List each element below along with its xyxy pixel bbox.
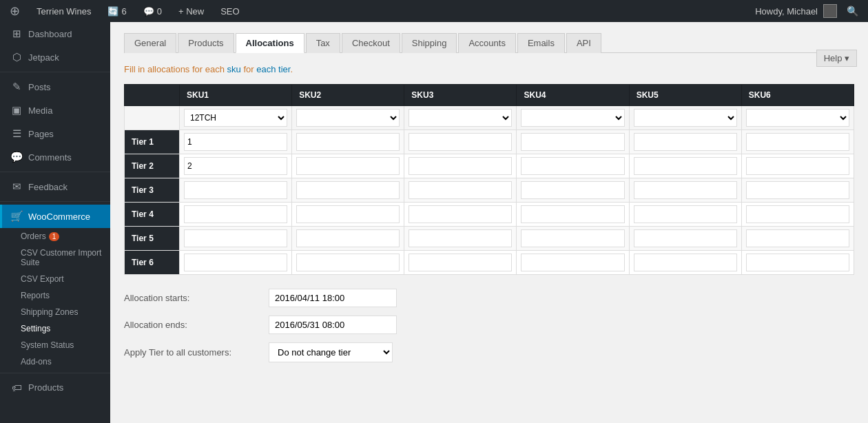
sidebar-subitem-reports[interactable]: Reports xyxy=(0,287,110,304)
tier5-sku5-input[interactable] xyxy=(634,229,737,247)
avatar[interactable] xyxy=(823,4,837,18)
sku3-dropdown[interactable]: 12TCH 6BTL xyxy=(409,109,512,127)
sku-link[interactable]: sku xyxy=(227,64,241,74)
tier3-sku5-input[interactable] xyxy=(634,181,737,199)
sku5-dropdown[interactable]: 12TCH 6BTL xyxy=(634,109,737,127)
tier1-sku2-input[interactable] xyxy=(296,133,400,151)
admin-sidebar: ⊞ Dashboard ⬡ Jetpack ✎ Posts ▣ Media ☰ … xyxy=(0,22,110,423)
alloc-ends-input[interactable] xyxy=(269,316,397,334)
tier1-sku3-input[interactable] xyxy=(409,133,512,151)
apply-tier-select[interactable]: Do not change tier Tier 1 Tier 2 Tier 3 … xyxy=(269,342,393,362)
tier4-sku6-input[interactable] xyxy=(746,205,849,223)
sidebar-item-posts[interactable]: ✎ Posts xyxy=(0,75,110,99)
tab-products[interactable]: Products xyxy=(178,33,234,53)
wp-logo[interactable]: ⊕ xyxy=(6,0,24,22)
feedback-icon: ✉ xyxy=(10,180,23,193)
help-button[interactable]: Help ▾ xyxy=(816,50,857,67)
comments-button[interactable]: 💬 0 xyxy=(139,0,166,22)
sidebar-subitem-settings[interactable]: Settings xyxy=(0,320,110,337)
wp-icon: ⊕ xyxy=(10,3,20,19)
tier6-sku6-input[interactable] xyxy=(746,254,849,271)
howdy-label: Howdy, Michael xyxy=(755,6,818,17)
tier2-sku5-input[interactable] xyxy=(634,157,737,175)
tier2-sku2-input[interactable] xyxy=(296,157,400,175)
tier1-sku6-input[interactable] xyxy=(746,133,849,151)
col-header-empty xyxy=(125,85,180,106)
sku6-dropdown[interactable]: 12TCH 6BTL xyxy=(746,109,849,127)
sidebar-item-pages[interactable]: ☰ Pages xyxy=(0,122,110,145)
content-area: Help ▾ General Products Allocations Tax … xyxy=(110,22,868,423)
tier1-sku3 xyxy=(404,130,517,154)
tier2-sku1-input[interactable] xyxy=(184,157,287,175)
site-name[interactable]: Terrien Wines xyxy=(32,0,95,22)
tier-link[interactable]: each tier xyxy=(256,64,290,74)
comments-icon: 💬 xyxy=(10,151,23,163)
search-icon[interactable]: 🔍 xyxy=(843,6,862,17)
tab-bar: General Products Allocations Tax Checkou… xyxy=(124,33,854,53)
sku2-dropdown[interactable]: 12TCH 6BTL xyxy=(296,109,400,127)
tier4-sku5-input[interactable] xyxy=(634,205,737,223)
seo-button[interactable]: SEO xyxy=(216,0,243,22)
tier3-sku1-input[interactable] xyxy=(184,181,287,199)
tier2-sku6-input[interactable] xyxy=(746,157,849,175)
tier6-label: Tier 6 xyxy=(125,251,180,275)
tier4-sku4-input[interactable] xyxy=(521,205,624,223)
csv-export-label: CSV Export xyxy=(21,274,64,284)
tier3-sku2-input[interactable] xyxy=(296,181,400,199)
sidebar-subitem-csv-export[interactable]: CSV Export xyxy=(0,271,110,287)
tab-api[interactable]: API xyxy=(566,33,601,53)
tier2-sku4-input[interactable] xyxy=(521,157,624,175)
sidebar-item-media[interactable]: ▣ Media xyxy=(0,99,110,122)
tier6-sku2-input[interactable] xyxy=(296,254,400,271)
sku-dropdown-row: 12TCH 6BTL 3BTL 12TCH 6BTL xyxy=(125,106,854,130)
tab-accounts[interactable]: Accounts xyxy=(458,33,515,53)
new-content-button[interactable]: + New xyxy=(174,0,208,22)
tab-checkout[interactable]: Checkout xyxy=(342,33,400,53)
tab-general[interactable]: General xyxy=(124,33,176,53)
sidebar-item-dashboard[interactable]: ⊞ Dashboard xyxy=(0,22,110,45)
sidebar-subitem-csv-import[interactable]: CSV Customer Import Suite xyxy=(0,245,110,271)
tier6-sku1-input[interactable] xyxy=(184,254,287,271)
tab-shipping[interactable]: Shipping xyxy=(402,33,457,53)
tier4-sku3-input[interactable] xyxy=(409,205,512,223)
tier5-sku2-input[interactable] xyxy=(296,229,400,247)
apply-tier-row: Apply Tier to all customers: Do not chan… xyxy=(124,342,854,362)
tier5-sku3-input[interactable] xyxy=(409,229,512,247)
woocommerce-icon: 🛒 xyxy=(10,210,23,223)
tab-emails[interactable]: Emails xyxy=(517,33,565,53)
tier1-sku5-input[interactable] xyxy=(634,133,737,151)
tier2-sku3-input[interactable] xyxy=(409,157,512,175)
sidebar-item-woocommerce[interactable]: 🛒 WooCommerce xyxy=(0,205,110,228)
tier6-sku5 xyxy=(629,251,741,275)
tier6-sku4-input[interactable] xyxy=(521,254,624,271)
tab-allocations[interactable]: Allocations xyxy=(236,33,304,53)
tier4-sku1-input[interactable] xyxy=(184,205,287,223)
tier6-sku5-input[interactable] xyxy=(634,254,737,271)
sidebar-item-products[interactable]: 🏷 Products xyxy=(0,376,110,399)
updates-button[interactable]: 🔄 6 xyxy=(103,0,130,22)
tier5-sku6-input[interactable] xyxy=(746,229,849,247)
alloc-starts-input[interactable] xyxy=(269,289,397,307)
tier3-sku4-input[interactable] xyxy=(521,181,624,199)
reports-label: Reports xyxy=(21,291,50,300)
tier5-sku1-input[interactable] xyxy=(184,229,287,247)
sidebar-subitem-orders[interactable]: Orders 1 xyxy=(0,228,110,245)
tab-tax[interactable]: Tax xyxy=(306,33,340,53)
add-ons-label: Add-ons xyxy=(21,357,52,367)
sidebar-subitem-system-status[interactable]: System Status xyxy=(0,337,110,353)
sidebar-item-feedback[interactable]: ✉ Feedback xyxy=(0,175,110,198)
tier4-sku2-input[interactable] xyxy=(296,205,400,223)
tier5-sku4-input[interactable] xyxy=(521,229,624,247)
tier3-sku3-input[interactable] xyxy=(409,181,512,199)
tier6-sku3-input[interactable] xyxy=(409,254,512,271)
tier2-sku6 xyxy=(741,154,854,178)
tier3-sku6-input[interactable] xyxy=(746,181,849,199)
sku4-dropdown[interactable]: 12TCH 6BTL xyxy=(521,109,624,127)
sidebar-subitem-add-ons[interactable]: Add-ons xyxy=(0,353,110,370)
sidebar-item-jetpack[interactable]: ⬡ Jetpack xyxy=(0,45,110,69)
sidebar-item-comments[interactable]: 💬 Comments xyxy=(0,145,110,169)
tier1-sku4-input[interactable] xyxy=(521,133,624,151)
sku1-dropdown[interactable]: 12TCH 6BTL 3BTL xyxy=(184,109,287,127)
tier1-sku1-input[interactable] xyxy=(184,133,287,151)
sidebar-subitem-shipping-zones[interactable]: Shipping Zones xyxy=(0,304,110,320)
